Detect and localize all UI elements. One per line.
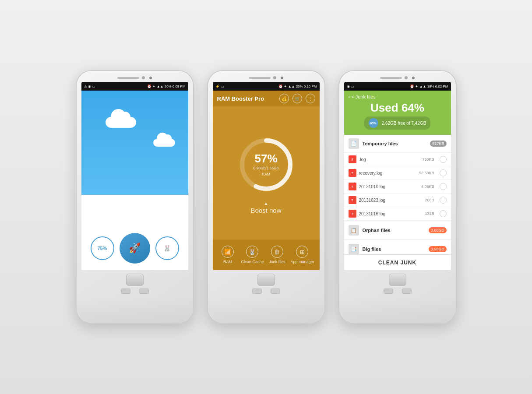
boost-now-label: Boost now — [250, 207, 281, 214]
home-button-3[interactable] — [389, 274, 406, 286]
status-right-3: ⏰ ✦ ▲▲ 18% 6:02 PM — [410, 84, 448, 88]
nav-app-label: App manager — [290, 260, 314, 264]
phone3-screen: ◉ ▭ ⏰ ✦ ▲▲ 18% 6:02 PM ‹ < Junk files Us… — [344, 82, 451, 270]
sensor-3 — [405, 76, 408, 79]
cloud-1 — [106, 117, 136, 128]
phone2-screen: ⚡ ▭ ⏰ ✦ ▲▲ 20% 6:16 PM RAM Booster Pro 💰… — [213, 82, 320, 270]
checkbox-log[interactable] — [440, 156, 447, 163]
phone-1: ⚠ ◉ ▭ ⏰ ✦ ▲▲ 20% 6:09 PM 75% 🚀 🐰 — [76, 70, 194, 324]
nav-app-manager[interactable]: ⊞ App manager — [290, 246, 314, 264]
file-size-log: 760KB — [422, 157, 434, 162]
status-bar-2: ⚡ ▭ ⏰ ✦ ▲▲ 20% 6:16 PM — [213, 82, 320, 91]
phone2-nav: 📶 RAM 🐰 Clean Cache 🗑 Junk files ⊞ App m… — [213, 239, 320, 270]
ram-icon: 📶 — [222, 246, 234, 258]
checkbox-20131010[interactable] — [440, 183, 447, 190]
checkbox-20131023[interactable] — [440, 197, 447, 204]
nav-clean-cache[interactable]: 🐰 Clean Cache — [241, 246, 264, 264]
file-name-20131023: 20131023.log — [359, 198, 423, 203]
big-files-size: 3.98GB — [429, 246, 447, 252]
back-button-3[interactable] — [384, 288, 393, 294]
junk-list: 📄 Temporary files 817KB ? .log 760KB ? r… — [344, 135, 451, 254]
file-name-recovery: recovery.log — [359, 171, 416, 176]
cart-icon[interactable]: 🛒 — [292, 94, 302, 103]
file-icon-log: ? — [349, 155, 356, 163]
app-title: RAM Booster Pro — [217, 95, 276, 102]
home-button-2[interactable] — [257, 274, 275, 286]
donut-sub2: RAM — [253, 172, 278, 176]
junk-header: ‹ < Junk files Used 64% 65% 2.62GB free … — [344, 91, 451, 135]
free-label: 2.62GB free of 7.42GB — [382, 121, 426, 126]
nav-ram[interactable]: 📶 RAM — [218, 246, 237, 264]
status-left-1: ⚠ ◉ ▭ — [84, 84, 95, 88]
temp-files-section: 📄 Temporary files 817KB ? .log 760KB ? r… — [344, 135, 451, 221]
temp-files-icon: 📄 — [349, 138, 359, 149]
phone-top-3 — [343, 76, 452, 79]
file-size-20131010: 4.06KB — [421, 184, 434, 189]
speaker-3 — [380, 77, 402, 79]
clean-button[interactable]: 🐰 — [155, 236, 179, 260]
back-icon: ‹ — [349, 94, 350, 99]
home-button-1[interactable] — [126, 274, 144, 286]
speaker-2 — [249, 77, 271, 79]
status-time-2: 6:16 PM — [304, 84, 317, 88]
file-icon-20131016: ? — [349, 210, 356, 218]
status-left-2: ⚡ ▭ — [215, 84, 224, 88]
status-left-3: ◉ ▭ — [347, 84, 354, 88]
boost-now-area[interactable]: ▲ Boost now — [250, 201, 281, 214]
more-icon[interactable]: ⋮ — [306, 94, 315, 103]
file-icon-20131023: ? — [349, 196, 356, 204]
back-button-2[interactable] — [252, 288, 262, 294]
speaker-1 — [117, 77, 139, 79]
status-icons-3: ⏰ ✦ ▲▲ 18% — [410, 84, 434, 88]
camera-3 — [412, 77, 415, 79]
phone1-bottom — [121, 274, 149, 294]
ram-percent-label: 75% — [97, 246, 107, 251]
status-right-2: ⏰ ✦ ▲▲ 20% 6:16 PM — [278, 84, 317, 88]
donut-container: 57% 0.90Gb/1.56Gb RAM — [238, 136, 295, 193]
sky-area — [81, 91, 188, 226]
nav-clean-label: Clean Cache — [241, 260, 264, 264]
orphan-files-title: Orphan files — [363, 228, 425, 233]
big-files-section: 📑 Big files 3.98GB — [344, 240, 451, 254]
clean-junk-button[interactable]: CLEAN JUNK — [344, 254, 451, 270]
boost-button[interactable]: 🚀 — [120, 233, 150, 264]
phone1-controls: 75% 🚀 🐰 — [81, 226, 188, 270]
phone-3: ◉ ▭ ⏰ ✦ ▲▲ 18% 6:02 PM ‹ < Junk files Us… — [338, 70, 457, 324]
nav-buttons-3 — [384, 288, 412, 294]
status-icons-2: ⏰ ✦ ▲▲ 20% — [278, 84, 303, 88]
checkbox-20131016[interactable] — [440, 210, 447, 217]
back-label: < Junk files — [351, 94, 375, 99]
clean-cache-icon: 🐰 — [246, 246, 258, 258]
phone2-toolbar: RAM Booster Pro 💰 🛒 ⋮ — [213, 91, 320, 106]
file-row-20131010: ? 20131010.log 4.06KB — [344, 180, 451, 193]
phone2-bottom — [252, 274, 280, 294]
menu-button-2[interactable] — [271, 288, 280, 294]
nav-junk-files[interactable]: 🗑 Junk files — [267, 246, 287, 264]
file-row-20131023: ? 20131023.log 268B — [344, 193, 451, 207]
file-name-log: .log — [359, 157, 420, 162]
phone-2: ⚡ ▭ ⏰ ✦ ▲▲ 20% 6:16 PM RAM Booster Pro 💰… — [207, 70, 325, 324]
big-files-header: 📑 Big files 3.98GB — [344, 240, 451, 254]
status-right-1: ⏰ ✦ ▲▲ 20% 6:09 PM — [147, 84, 185, 88]
camera-2 — [281, 77, 283, 79]
back-nav[interactable]: ‹ < Junk files — [349, 94, 447, 99]
temp-files-title: Temporary files — [363, 141, 427, 146]
file-row-log: ? .log 760KB — [344, 153, 451, 166]
status-time-3: 6:02 PM — [435, 84, 448, 88]
ram-percent-circle[interactable]: 75% — [91, 236, 114, 260]
cloud-2 — [153, 139, 175, 147]
checkbox-recovery[interactable] — [440, 169, 447, 176]
status-bar-1: ⚠ ◉ ▭ ⏰ ✦ ▲▲ 20% 6:09 PM — [81, 82, 188, 91]
orphan-files-size: 3.88GB — [429, 227, 447, 233]
file-row-recovery: ? recovery.log 52.50KB — [344, 166, 451, 180]
app-manager-icon: ⊞ — [296, 246, 308, 258]
file-size-20131016: 134B — [425, 211, 434, 216]
phone-top-2 — [211, 76, 321, 79]
menu-button-3[interactable] — [402, 288, 412, 294]
menu-button-1[interactable] — [139, 288, 149, 294]
back-button-1[interactable] — [121, 288, 130, 294]
used-percent: Used 64% — [349, 101, 447, 115]
nav-ram-label: RAM — [223, 260, 232, 264]
orphan-files-section: 📋 Orphan files 3.88GB — [344, 222, 451, 239]
coins-icon[interactable]: 💰 — [279, 94, 289, 103]
